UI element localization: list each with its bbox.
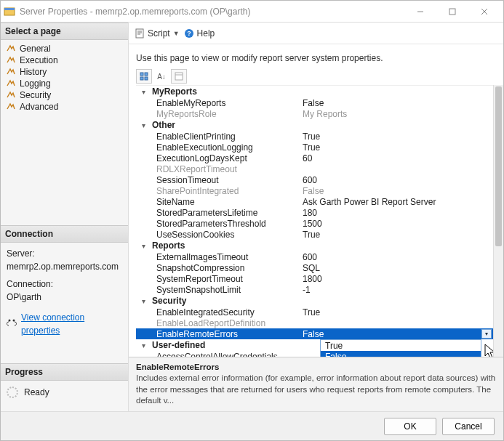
property-row[interactable]: SharePointIntegratedFalse — [136, 185, 493, 196]
property-value[interactable]: -1 — [300, 285, 493, 295]
property-row[interactable]: EnableLoadReportDefinition — [136, 317, 493, 328]
nav-item-history[interactable]: History — [1, 66, 128, 78]
maximize-button[interactable] — [436, 1, 468, 22]
property-name: SnapshotCompression — [136, 263, 300, 273]
property-value[interactable]: False — [300, 98, 493, 108]
close-button[interactable] — [468, 1, 500, 22]
property-row[interactable]: SnapshotCompressionSQL — [136, 262, 493, 273]
server-value: memrp2.op.memreports.com — [7, 260, 122, 273]
server-label: Server: — [7, 247, 122, 260]
property-row[interactable]: SessionTimeout600 — [136, 174, 493, 185]
category-reports[interactable]: ▾Reports — [136, 240, 493, 251]
property-value[interactable]: True — [300, 230, 493, 240]
alphabetical-button[interactable]: A↓ — [153, 69, 169, 84]
property-value[interactable]: My Reports — [300, 109, 493, 119]
value-dropdown[interactable]: TrueFalse — [320, 339, 481, 357]
property-value[interactable]: 1800 — [300, 274, 493, 284]
property-row[interactable]: EnableIntegratedSecurityTrue — [136, 307, 493, 317]
nav-item-advanced[interactable]: Advanced — [1, 101, 128, 113]
dropdown-option-false[interactable]: False — [321, 351, 481, 357]
property-pages-button[interactable] — [171, 69, 187, 84]
svg-rect-1 — [4, 8, 15, 10]
property-row[interactable]: SystemReportTimeout1800 — [136, 273, 493, 284]
dropdown-button[interactable]: ▾ — [481, 329, 492, 339]
collapse-icon[interactable]: ▾ — [136, 242, 151, 250]
property-value[interactable]: 600 — [300, 252, 493, 262]
collapse-icon[interactable]: ▾ — [136, 88, 151, 96]
property-value[interactable]: True — [300, 307, 493, 317]
svg-rect-16 — [140, 77, 143, 80]
nav-item-security[interactable]: Security — [1, 89, 128, 101]
property-row[interactable]: StoredParametersThreshold1500 — [136, 218, 493, 229]
dialog-footer: OK Cancel — [1, 411, 503, 440]
property-row[interactable]: UseSessionCookiesTrue — [136, 229, 493, 240]
property-name: EnableExecutionLogging — [136, 142, 300, 153]
nav-item-logging[interactable]: Logging — [1, 78, 128, 89]
cancel-button[interactable]: Cancel — [442, 418, 495, 435]
property-value[interactable]: False — [300, 186, 493, 196]
view-connection-link[interactable]: View connection properties — [21, 311, 122, 337]
script-button[interactable]: Script ▼ — [135, 28, 180, 39]
property-name: ExecutionLogDaysKept — [136, 153, 300, 163]
property-value[interactable]: True — [300, 142, 493, 153]
property-row[interactable]: StoredParametersLifetime180 — [136, 207, 493, 218]
vertical-scrollbar[interactable] — [493, 85, 503, 357]
property-row[interactable]: EnableClientPrintingTrue — [136, 131, 493, 142]
property-value[interactable]: True — [300, 132, 493, 142]
property-name: EnableIntegratedSecurity — [136, 307, 300, 317]
scrollbar-thumb[interactable] — [495, 86, 502, 246]
progress-status: Ready — [24, 387, 49, 397]
connection-icon — [7, 317, 17, 331]
progress-header: Progress — [1, 363, 128, 381]
property-grid[interactable]: ▾MyReportsEnableMyReportsFalseMyReportsR… — [136, 85, 493, 357]
property-name: StoredParametersThreshold — [136, 219, 300, 229]
property-row[interactable]: MyReportsRoleMy Reports — [136, 108, 493, 119]
connection-label: Connection: — [7, 278, 122, 291]
categorized-button[interactable] — [136, 69, 152, 84]
property-value[interactable]: Ask Garth Power BI Report Server — [300, 197, 493, 207]
category-security[interactable]: ▾Security — [136, 295, 493, 307]
property-name: EnableRemoteErrors — [136, 329, 300, 339]
property-value[interactable]: 180 — [300, 208, 493, 218]
help-button[interactable]: ? Help — [184, 28, 215, 39]
property-row[interactable]: EnableMyReportsFalse — [136, 97, 493, 108]
property-row[interactable]: ExecutionLogDaysKept60 — [136, 153, 493, 163]
property-value[interactable]: 60 — [300, 153, 493, 163]
property-value[interactable]: False — [300, 329, 493, 339]
property-row[interactable]: EnableRemoteErrorsFalse▾ — [136, 328, 493, 339]
page-nav: GeneralExecutionHistoryLoggingSecurityAd… — [1, 40, 128, 116]
svg-point-7 — [13, 320, 15, 322]
property-name: UseSessionCookies — [136, 230, 300, 240]
category-myreports[interactable]: ▾MyReports — [136, 86, 493, 97]
svg-point-6 — [9, 320, 11, 322]
property-name: SharePointIntegrated — [136, 186, 300, 196]
property-row[interactable]: SiteNameAsk Garth Power BI Report Server — [136, 196, 493, 207]
property-row[interactable]: SystemSnapshotLimit-1 — [136, 284, 493, 295]
property-value[interactable]: 600 — [300, 175, 493, 185]
property-row[interactable]: EnableExecutionLoggingTrue — [136, 142, 493, 153]
collapse-icon[interactable]: ▾ — [136, 341, 151, 349]
window: Server Properties - memrp2.op.memreports… — [0, 0, 504, 441]
dropdown-option-true[interactable]: True — [321, 340, 481, 351]
property-name: StoredParametersLifetime — [136, 208, 300, 218]
svg-rect-14 — [140, 73, 143, 76]
left-panel: Select a page GeneralExecutionHistoryLog… — [1, 23, 129, 411]
property-name: RDLXReportTimeout — [136, 164, 300, 174]
toolbar: Script ▼ ? Help — [129, 23, 503, 44]
collapse-icon[interactable]: ▾ — [136, 297, 151, 305]
property-value[interactable]: SQL — [300, 263, 493, 273]
svg-rect-8 — [136, 29, 143, 38]
nav-item-general[interactable]: General — [1, 43, 128, 54]
svg-rect-3 — [449, 9, 455, 15]
svg-rect-15 — [145, 73, 148, 76]
property-row[interactable]: RDLXReportTimeout — [136, 163, 493, 174]
property-name: EnableMyReports — [136, 98, 300, 108]
property-row[interactable]: ExternalImagesTimeout600 — [136, 251, 493, 262]
category-other[interactable]: ▾Other — [136, 119, 493, 131]
ok-button[interactable]: OK — [384, 418, 436, 435]
property-value[interactable]: 1500 — [300, 219, 493, 229]
property-name: MyReportsRole — [136, 109, 300, 119]
collapse-icon[interactable]: ▾ — [136, 121, 151, 129]
minimize-button[interactable] — [404, 1, 436, 22]
nav-item-execution[interactable]: Execution — [1, 54, 128, 66]
